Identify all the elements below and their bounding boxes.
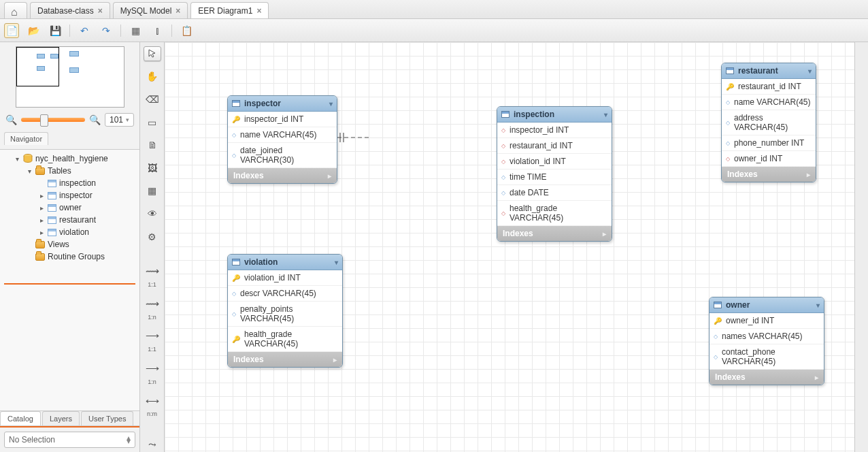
- layer-tool[interactable]: ▭: [144, 115, 161, 130]
- eraser-tool[interactable]: ⌫: [144, 92, 161, 107]
- tree-item-violation[interactable]: ▸ violation: [0, 226, 139, 238]
- zoom-slider[interactable]: [21, 118, 85, 122]
- zoom-value-field[interactable]: 101 ▾: [105, 113, 134, 127]
- entity-column[interactable]: ◇violation_id INT: [497, 154, 612, 170]
- tab-mysql-model[interactable]: MySQL Model ×: [113, 2, 188, 18]
- spinner-icon[interactable]: ▴▾: [127, 436, 131, 443]
- expand-icon[interactable]: ▸: [603, 230, 606, 238]
- relation-1-1-identifying[interactable]: ⟶: [144, 329, 161, 344]
- entity-inspector[interactable]: inspector ▾ 🔑inspector_id INT ◇name VARC…: [227, 95, 337, 184]
- collapse-icon[interactable]: ▾: [335, 259, 338, 266]
- entity-column[interactable]: ◇inspector_id INT: [497, 123, 612, 138]
- entity-column[interactable]: ◇date DATE: [497, 185, 612, 201]
- entity-column[interactable]: ◇name VARCHAR(45): [722, 95, 816, 110]
- entity-column[interactable]: 🔑violation_id INT: [228, 270, 342, 286]
- entity-column[interactable]: ◇time TIME: [497, 170, 612, 185]
- entity-header[interactable]: restaurant ▾: [722, 63, 816, 79]
- expand-icon[interactable]: ▸: [38, 216, 45, 224]
- expand-icon[interactable]: ▾: [14, 155, 20, 163]
- entity-inspection[interactable]: inspection ▾ ◇inspector_id INT ◇restaura…: [497, 106, 612, 242]
- home-tab[interactable]: [4, 2, 27, 18]
- tree-item-inspector[interactable]: ▸ inspector: [0, 189, 139, 201]
- align-button[interactable]: ⫿: [150, 23, 165, 38]
- entity-column[interactable]: ◇phone_number INT: [722, 135, 816, 151]
- notes-button[interactable]: 📋: [179, 23, 194, 38]
- entity-column[interactable]: ◇name VARCHAR(45): [228, 127, 337, 143]
- zoom-in-icon[interactable]: 🔍: [89, 114, 101, 125]
- relation-n-m[interactable]: ⟷: [144, 393, 161, 408]
- relation-1-n-identifying[interactable]: ⟶: [144, 361, 161, 376]
- entity-column[interactable]: 🔑inspector_id INT: [228, 112, 337, 127]
- open-file-button[interactable]: 📂: [26, 23, 41, 38]
- expand-icon[interactable]: ▸: [333, 356, 337, 364]
- entity-header[interactable]: violation ▾: [228, 255, 342, 270]
- view-tool[interactable]: 👁: [144, 206, 161, 221]
- undo-button[interactable]: ↶: [77, 23, 92, 38]
- collapse-icon[interactable]: ▾: [329, 100, 333, 108]
- entity-restaurant[interactable]: restaurant ▾ 🔑restaurant_id INT ◇name VA…: [721, 63, 816, 182]
- save-button[interactable]: 💾: [48, 23, 63, 38]
- close-icon[interactable]: ×: [98, 6, 103, 16]
- tree-item-inspection[interactable]: inspection: [0, 177, 139, 189]
- expand-icon[interactable]: ▾: [26, 167, 33, 175]
- expand-icon[interactable]: ▸: [38, 229, 45, 236]
- selection-field[interactable]: No Selection ▴▾: [4, 432, 135, 448]
- entity-column[interactable]: ◇address VARCHAR(45): [722, 110, 816, 135]
- tree-item-restaurant[interactable]: ▸ restaurant: [0, 214, 139, 226]
- redo-button[interactable]: ↷: [99, 23, 114, 38]
- grid-toggle-button[interactable]: ▦: [128, 23, 143, 38]
- new-file-button[interactable]: 📄: [4, 23, 19, 38]
- entity-column[interactable]: 🔑health_grade VARCHAR(45): [228, 327, 342, 352]
- dropdown-icon[interactable]: ▾: [126, 116, 129, 123]
- relation-1-1-nonidentifying[interactable]: ⟿: [144, 263, 161, 278]
- table-tool[interactable]: ▦: [144, 184, 161, 199]
- entity-column[interactable]: 🔑restaurant_id INT: [722, 79, 816, 95]
- tree-item-owner[interactable]: ▸ owner: [0, 201, 139, 214]
- expand-icon[interactable]: ▸: [815, 374, 818, 381]
- image-tool[interactable]: 🖼: [144, 161, 161, 176]
- expand-icon[interactable]: ▸: [38, 204, 45, 212]
- entity-header[interactable]: owner ▾: [710, 297, 824, 313]
- pointer-tool[interactable]: [144, 46, 161, 61]
- expand-icon[interactable]: ▸: [328, 172, 331, 180]
- collapse-icon[interactable]: ▾: [604, 111, 607, 118]
- entity-column[interactable]: ◇penalty_points VARCHAR(45): [228, 302, 342, 327]
- relation-from-columns[interactable]: ⤳: [144, 437, 161, 452]
- tab-database-class[interactable]: Database-class ×: [30, 2, 110, 18]
- entity-column[interactable]: ◇descr VARCHAR(45): [228, 286, 342, 302]
- entity-column[interactable]: ◇owner_id INT: [722, 151, 816, 167]
- entity-indexes[interactable]: Indexes▸: [497, 226, 612, 241]
- zoom-out-icon[interactable]: 🔍: [5, 114, 17, 125]
- entity-header[interactable]: inspector ▾: [228, 96, 337, 112]
- catalog-tab-layers[interactable]: Layers: [42, 411, 80, 425]
- tree-schema[interactable]: ▾ nyc_health_hygiene: [0, 152, 139, 165]
- entity-header[interactable]: inspection ▾: [497, 107, 612, 123]
- entity-column[interactable]: ◇contact_phone VARCHAR(45): [710, 344, 824, 370]
- entity-column[interactable]: ◇health_grade VARCHAR(45): [497, 201, 612, 226]
- entity-indexes[interactable]: Indexes▸: [722, 167, 816, 182]
- diagram-canvas[interactable]: inspector ▾ 🔑inspector_id INT ◇name VARC…: [165, 42, 854, 452]
- entity-owner[interactable]: owner ▾ 🔑owner_id INT ◇names VARCHAR(45)…: [709, 297, 824, 385]
- entity-violation[interactable]: violation ▾ 🔑violation_id INT ◇descr VAR…: [227, 254, 343, 368]
- entity-column[interactable]: ◇names VARCHAR(45): [710, 329, 824, 344]
- entity-column[interactable]: 🔑owner_id INT: [710, 313, 824, 329]
- tree-tables[interactable]: ▾ Tables: [0, 165, 139, 177]
- close-icon[interactable]: ×: [256, 6, 261, 16]
- collapse-icon[interactable]: ▾: [816, 302, 820, 309]
- navigator-tab[interactable]: Navigator: [4, 132, 135, 145]
- expand-icon[interactable]: ▸: [807, 171, 810, 178]
- note-tool[interactable]: 🗎: [144, 138, 161, 152]
- minimap[interactable]: [16, 46, 124, 108]
- entity-indexes[interactable]: Indexes▸: [228, 168, 337, 183]
- routine-tool[interactable]: ⚙: [144, 229, 161, 244]
- entity-indexes[interactable]: Indexes▸: [228, 352, 342, 367]
- entity-column[interactable]: ◇restaurant_id INT: [497, 138, 612, 154]
- hand-tool[interactable]: ✋: [144, 69, 161, 84]
- tree-views[interactable]: Views: [0, 238, 139, 251]
- catalog-tree[interactable]: ▾ nyc_health_hygiene ▾ Tables inspection…: [0, 149, 139, 411]
- collapse-icon[interactable]: ▾: [808, 67, 812, 75]
- catalog-tab-user-types[interactable]: User Types: [81, 411, 133, 425]
- expand-icon[interactable]: ▸: [38, 192, 45, 199]
- close-icon[interactable]: ×: [176, 6, 180, 16]
- tab-eer-diagram[interactable]: EER Diagram1 ×: [190, 2, 269, 18]
